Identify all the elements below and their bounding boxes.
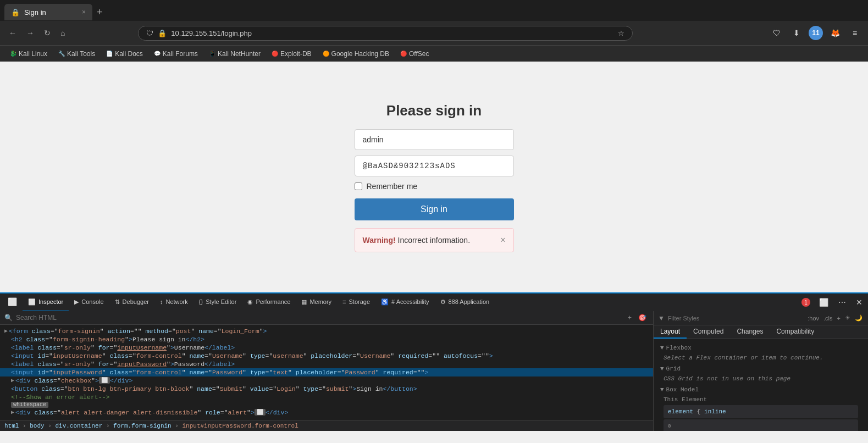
box-model-label: Box Model bbox=[666, 386, 699, 393]
browser-tab-active[interactable]: 🔒 Sign in × bbox=[4, 4, 92, 20]
html-line[interactable]: <input id="inputUsername" class="form-co… bbox=[0, 352, 653, 360]
tab-inspector[interactable]: ⬜ Inspector bbox=[23, 293, 69, 312]
styles-toolbar: ▼ :hov .cls + ☀ 🌙 bbox=[654, 311, 868, 325]
styles-controls: :hov .cls + ☀ 🌙 bbox=[806, 313, 864, 323]
page-content: Please sign in Remember me Sign in Warni… bbox=[0, 62, 868, 292]
grid-section-header[interactable]: ▼ Grid bbox=[657, 363, 865, 373]
add-node-icon[interactable]: + bbox=[626, 313, 634, 323]
pocket-icon[interactable]: 🛡 bbox=[769, 25, 784, 41]
tab-storage[interactable]: ≡ Storage bbox=[337, 293, 375, 312]
box-model-content: This Element element { inline ⚙ } bbox=[657, 394, 865, 431]
pick-element-icon[interactable]: 🎯 bbox=[636, 313, 649, 323]
bookmark-label: Kali Forums bbox=[163, 50, 198, 58]
username-input[interactable] bbox=[355, 129, 514, 150]
warning-close-button[interactable]: × bbox=[500, 235, 505, 245]
breadcrumb-html[interactable]: html bbox=[4, 423, 19, 429]
bookmark-kali-forums[interactable]: 💬 Kali Forums bbox=[150, 48, 202, 59]
remember-checkbox[interactable] bbox=[355, 182, 362, 190]
html-panel: 🔍 + 🎯 ▶ <form class="form-signin" action… bbox=[0, 311, 654, 431]
html-line[interactable]: <label class="sr-only" for="inputPasswor… bbox=[0, 360, 653, 368]
bookmark-kali-linux[interactable]: 🐉 Kali Linux bbox=[5, 48, 52, 59]
menu-icon[interactable]: ≡ bbox=[847, 25, 863, 41]
home-button[interactable]: ⌂ bbox=[57, 26, 68, 40]
devtools-right-controls: 1 ⬜ ⋯ ✕ bbox=[801, 296, 866, 309]
profile-avatar[interactable]: 11 bbox=[809, 26, 823, 40]
add-rule-icon[interactable]: + bbox=[836, 314, 842, 323]
layout-content: ▼ Flexbox Select a Flex container or ite… bbox=[654, 339, 868, 431]
browser-chrome: 🔒 Sign in × + ← → ↻ ⌂ 🛡 🔒 10.129.155.151… bbox=[0, 0, 868, 62]
color-scheme-icon[interactable]: 🌙 bbox=[854, 313, 864, 323]
inspector-icon: ⬜ bbox=[28, 298, 36, 306]
signin-button[interactable]: Sign in bbox=[355, 198, 514, 220]
html-line[interactable]: ▶ <form class="form-signin" action="" me… bbox=[0, 327, 653, 335]
html-line[interactable]: <label class="sr-only" for="inputUsernam… bbox=[0, 344, 653, 352]
bookmark-label: OffSec bbox=[409, 50, 429, 58]
download-icon[interactable]: ⬇ bbox=[789, 25, 804, 41]
url-text: 10.129.155.151/login.php bbox=[171, 29, 610, 37]
close-devtools-icon[interactable]: ✕ bbox=[853, 296, 866, 309]
html-line[interactable]: ▶ <div class="checkbox" > ⬜ </div> bbox=[0, 376, 653, 385]
extension-icon[interactable]: 🦊 bbox=[827, 25, 843, 41]
nav-right-controls: 🛡 ⬇ 11 🦊 ≡ bbox=[769, 25, 863, 41]
tab-layout[interactable]: Layout bbox=[654, 325, 687, 339]
devtools-pick-element[interactable]: ⬜ bbox=[2, 293, 23, 312]
box-model-section-header[interactable]: ▼ Box Model bbox=[657, 384, 865, 394]
refresh-button[interactable]: ↻ bbox=[41, 26, 54, 40]
tab-debugger[interactable]: ⇅ Debugger bbox=[109, 293, 154, 312]
forward-button[interactable]: → bbox=[23, 26, 37, 40]
breadcrumb-body[interactable]: body bbox=[30, 423, 44, 429]
bookmark-kali-tools[interactable]: 🔧 Kali Tools bbox=[54, 48, 99, 59]
breadcrumb-form[interactable]: form.form-signin bbox=[113, 423, 172, 429]
back-button[interactable]: ← bbox=[5, 26, 20, 40]
html-line[interactable]: <h2 class="form-signin-heading" > Please… bbox=[0, 335, 653, 344]
expand-arrow-icon[interactable]: ▶ bbox=[11, 377, 14, 384]
tab-computed[interactable]: Computed bbox=[687, 325, 730, 339]
bookmark-star-icon[interactable]: ☆ bbox=[618, 29, 624, 37]
expand-arrow-icon[interactable]: ▶ bbox=[4, 328, 8, 334]
lock-icon: 🔒 bbox=[158, 29, 167, 37]
tab-changes[interactable]: Changes bbox=[730, 325, 770, 339]
tab-network[interactable]: ↕ Network bbox=[154, 293, 193, 312]
bookmark-google-hacking-db[interactable]: 🟠 Google Hacking DB bbox=[318, 48, 394, 59]
warning-box: Warning! Incorrect information. × bbox=[355, 228, 514, 252]
tab-performance[interactable]: ◉ Performance bbox=[242, 293, 296, 312]
hov-toggle[interactable]: :hov bbox=[806, 314, 820, 323]
tab-console[interactable]: ▶ Console bbox=[69, 293, 109, 312]
address-bar[interactable]: 🛡 🔒 10.129.155.151/login.php ☆ bbox=[138, 26, 633, 41]
flexbox-section-header[interactable]: ▼ Flexbox bbox=[657, 342, 865, 352]
bookmark-offsec[interactable]: 🔴 OffSec bbox=[396, 48, 433, 59]
expand-arrow-icon[interactable]: ▶ bbox=[11, 409, 14, 416]
bookmark-kali-docs[interactable]: 📄 Kali Docs bbox=[102, 48, 147, 59]
tab-application[interactable]: ⚙ 888 Application bbox=[435, 293, 495, 312]
html-line[interactable]: whitespace bbox=[0, 401, 653, 408]
password-input[interactable] bbox=[355, 156, 514, 176]
html-search-input[interactable] bbox=[16, 314, 622, 322]
html-line-selected[interactable]: <input id="inputPassword" class="form-co… bbox=[0, 368, 653, 376]
error-count-badge: 1 bbox=[801, 298, 810, 307]
styles-tabs: Layout Computed Changes Compatibility bbox=[654, 325, 868, 339]
shield-icon: 🛡 bbox=[146, 29, 153, 37]
cls-toggle[interactable]: .cls bbox=[822, 314, 834, 323]
more-options-icon[interactable]: ⋯ bbox=[835, 296, 849, 309]
tab-memory[interactable]: ▦ Memory bbox=[296, 293, 337, 312]
tab-compatibility[interactable]: Compatibility bbox=[770, 325, 821, 339]
tab-style-editor[interactable]: {} Style Editor bbox=[193, 293, 242, 312]
tab-accessibility[interactable]: ♿ # Accessibility bbox=[375, 293, 434, 312]
responsive-design-icon[interactable]: ⬜ bbox=[816, 296, 832, 309]
html-line[interactable]: ▶ <div class="alert alert-danger alert-d… bbox=[0, 408, 653, 417]
console-label: Console bbox=[81, 298, 103, 305]
bookmark-exploit-db[interactable]: 🔴 Exploit-DB bbox=[267, 48, 316, 59]
filter-styles-input[interactable] bbox=[668, 315, 803, 322]
tab-close-button[interactable]: × bbox=[82, 8, 86, 16]
breadcrumb-input[interactable]: input#inputPassword.form-control bbox=[183, 423, 298, 429]
new-tab-button[interactable]: + bbox=[92, 7, 107, 18]
breadcrumb-container[interactable]: div.container bbox=[55, 423, 102, 429]
style-editor-icon: {} bbox=[199, 298, 203, 305]
light-dark-icon[interactable]: ☀ bbox=[844, 313, 852, 323]
devtools: ⬜ ⬜ Inspector ▶ Console ⇅ Debugger ↕ Net… bbox=[0, 292, 868, 431]
network-label: Network bbox=[165, 298, 187, 305]
warning-bold-label: Warning! bbox=[363, 236, 396, 245]
html-line[interactable]: <!--Show an error alert--> bbox=[0, 393, 653, 401]
html-line[interactable]: <button class="btn btn-lg btn-primary bt… bbox=[0, 385, 653, 393]
bookmark-kali-nethunter[interactable]: 📱 Kali NetHunter bbox=[204, 48, 265, 59]
